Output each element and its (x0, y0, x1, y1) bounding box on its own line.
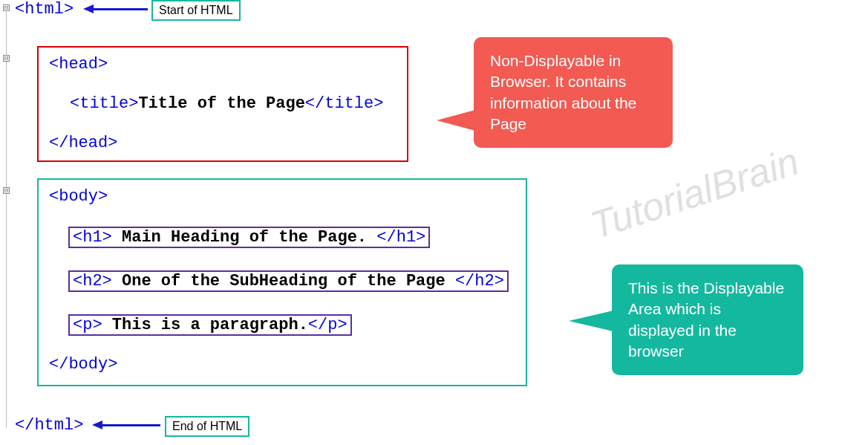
fold-marker: ⊟ (3, 55, 10, 62)
h2-open-tag: <h2> (73, 272, 112, 290)
body-callout: This is the Displayable Area which is di… (612, 264, 803, 375)
body-box: <body> <h1> Main Heading of the Page. </… (37, 178, 527, 386)
fold-marker: ⊟ (3, 187, 10, 194)
head-open-tag: <head> (49, 55, 397, 74)
title-close-tag: </title> (305, 94, 384, 113)
h1-open-tag: <h1> (73, 228, 112, 247)
p-box: <p> This is a paragraph.</p> (68, 314, 352, 336)
head-box: <head> <title>Title of the Page</title> … (37, 46, 408, 162)
h2-box: <h2> One of the SubHeading of the Page <… (68, 270, 509, 292)
h2-close-tag: </h2> (455, 272, 504, 290)
h1-text: Main Heading of the Page. (112, 228, 376, 247)
title-text: Title of the Page (138, 94, 304, 113)
arrow-start-line (92, 8, 148, 10)
arrow-end-line (101, 424, 160, 426)
h1-box: <h1> Main Heading of the Page. </h1> (68, 227, 430, 248)
watermark: TutorialBrain (585, 139, 804, 248)
head-close-tag: </head> (49, 134, 397, 152)
head-callout: Non-Displayable in Browser. It contains … (474, 37, 673, 148)
fold-gutter-line (6, 12, 7, 428)
body-open-tag: <body> (49, 187, 515, 206)
head-callout-tail-icon (437, 110, 475, 131)
p-close-tag: </p> (308, 316, 347, 334)
p-text: This is a paragraph. (102, 316, 308, 334)
fold-marker: ⊟ (3, 4, 10, 11)
p-open-tag: <p> (73, 316, 102, 334)
start-label: Start of HTML (151, 0, 241, 21)
h1-close-tag: </h1> (376, 228, 425, 247)
h2-text: One of the SubHeading of the Page (112, 272, 455, 290)
html-open-tag: <html> (15, 0, 74, 19)
title-open-tag: <title> (70, 94, 138, 113)
html-close-tag: </html> (15, 416, 83, 435)
body-close-tag: </body> (49, 355, 515, 374)
body-callout-tail-icon (569, 311, 613, 331)
end-label: End of HTML (165, 416, 249, 437)
